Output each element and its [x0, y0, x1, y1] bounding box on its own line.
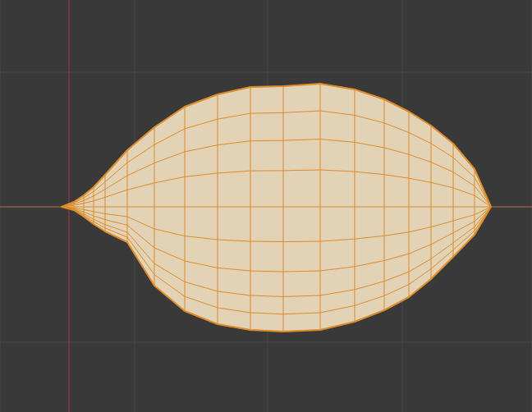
mesh-wireframe[interactable] [0, 0, 532, 412]
viewport-3d[interactable] [0, 0, 532, 412]
